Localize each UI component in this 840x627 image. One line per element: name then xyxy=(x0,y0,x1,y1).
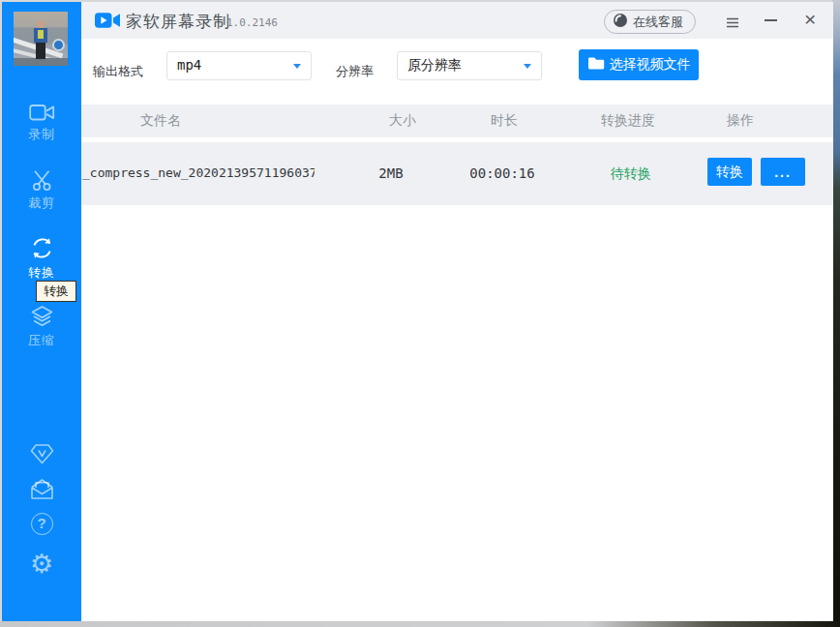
col-header-filename: 文件名 xyxy=(140,112,181,130)
sidebar-item-trim[interactable]: 裁剪 xyxy=(2,168,81,212)
avatar[interactable] xyxy=(14,12,68,66)
file-name: _compress_new_2020213957119603718. xyxy=(82,165,315,180)
desktop-wallpaper-bottom xyxy=(0,621,840,627)
sidebar-item-label: 裁剪 xyxy=(2,194,81,212)
table-row[interactable]: _compress_new_2020213957119603718. 2MB 0… xyxy=(81,142,833,205)
help-icon: ? xyxy=(31,513,53,535)
col-header-progress: 转换进度 xyxy=(601,112,655,130)
file-duration: 00:00:16 xyxy=(464,165,541,181)
gear-icon: ⚙ xyxy=(30,550,53,579)
online-service-button[interactable]: 在线客服 xyxy=(604,10,696,34)
app-title: 家软屏幕录制 xyxy=(126,11,230,33)
vip-diamond-icon xyxy=(29,452,55,468)
more-options-button[interactable]: ... xyxy=(761,158,805,186)
table-header: 文件名 大小 时长 转换进度 操作 xyxy=(81,104,833,137)
output-format-label: 输出格式 xyxy=(93,63,143,80)
sidebar-item-compress[interactable]: 压缩 xyxy=(2,305,81,349)
convert-tooltip: 转换 xyxy=(36,281,76,302)
chevron-down-icon xyxy=(293,64,301,69)
output-format-select[interactable]: mp4 xyxy=(166,51,312,80)
video-camera-icon xyxy=(2,103,81,123)
settings-button[interactable]: ⚙ xyxy=(2,552,81,578)
file-size: 2MB xyxy=(352,165,430,181)
app-version: 1.0.2146 xyxy=(226,16,278,29)
sidebar: 录制 裁剪 xyxy=(2,2,81,621)
app-window: 录制 裁剪 xyxy=(2,2,833,621)
sidebar-item-record[interactable]: 录制 xyxy=(2,103,81,143)
customer-service-icon xyxy=(613,13,628,31)
resolution-value: 原分辨率 xyxy=(407,57,462,75)
col-header-actions: 操作 xyxy=(727,112,754,130)
output-format-value: mp4 xyxy=(177,57,201,73)
window-menu-button[interactable] xyxy=(726,15,739,32)
convert-button[interactable]: 转换 xyxy=(707,158,752,186)
sidebar-item-label: 转换 xyxy=(2,264,81,282)
avatar-person xyxy=(36,43,45,59)
mail-icon xyxy=(29,488,55,504)
toolbar: 输出格式 mp4 分辨率 原分辨率 选择视频文件 xyxy=(81,39,833,104)
sidebar-item-label: 压缩 xyxy=(2,332,81,349)
screen: 录制 裁剪 xyxy=(0,0,840,627)
desktop-wallpaper-right xyxy=(832,0,840,627)
sidebar-item-convert[interactable]: 转换 xyxy=(2,235,81,282)
col-header-duration: 时长 xyxy=(491,112,518,130)
vip-button[interactable] xyxy=(2,442,81,469)
resolution-select[interactable]: 原分辨率 xyxy=(397,51,542,80)
avatar-person xyxy=(37,20,45,28)
titlebar: 家软屏幕录制 1.0.2146 在线客服 × xyxy=(81,2,833,39)
select-video-file-label: 选择视频文件 xyxy=(610,56,691,74)
avatar-deck xyxy=(14,58,68,66)
feedback-button[interactable] xyxy=(2,477,81,505)
status-badge: 待转换 xyxy=(592,165,670,183)
select-video-file-button[interactable]: 选择视频文件 xyxy=(579,49,699,80)
sidebar-item-label: 录制 xyxy=(2,126,81,143)
avatar-sign xyxy=(52,39,65,51)
app-logo-icon xyxy=(95,11,121,34)
col-header-size: 大小 xyxy=(389,112,416,130)
online-service-label: 在线客服 xyxy=(633,14,683,31)
avatar-person xyxy=(38,30,44,39)
window-close-button[interactable]: × xyxy=(804,7,816,32)
chevron-down-icon xyxy=(524,64,531,69)
help-button[interactable]: ? xyxy=(2,513,81,535)
resolution-label: 分辨率 xyxy=(336,63,374,80)
layers-icon xyxy=(2,305,81,329)
convert-arrows-icon xyxy=(2,235,81,261)
scissors-icon xyxy=(2,168,81,192)
window-minimize-button[interactable] xyxy=(765,19,777,21)
folder-icon xyxy=(587,56,605,74)
